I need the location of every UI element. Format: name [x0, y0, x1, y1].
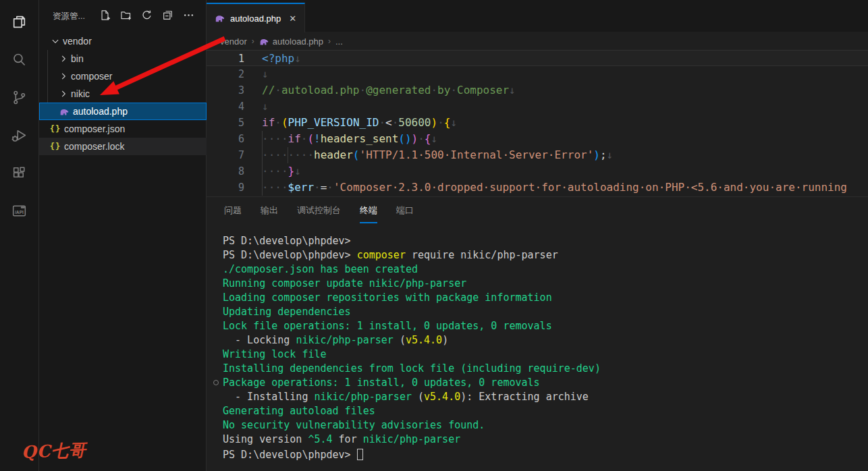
activity-item-extensions[interactable]	[0, 155, 38, 193]
panel-tab-bar: 问题输出调试控制台终端端口	[207, 197, 868, 224]
terminal-line: Loading composer repositories with packa…	[223, 291, 868, 305]
code-line-content: ↓	[262, 66, 269, 82]
breadcrumb: vendor›autoload.php›...	[207, 32, 868, 50]
code-line-content: if·(PHP_VERSION_ID·<·50600)·{↓	[262, 115, 457, 131]
command-decoration-icon	[213, 380, 219, 385]
terminal-cursor	[357, 449, 363, 460]
explorer-action-collapse-all[interactable]	[161, 10, 173, 22]
close-tab-icon[interactable]: ✕	[289, 13, 296, 24]
code-line: 8····}↓	[207, 163, 868, 179]
chevron-right-icon	[58, 71, 69, 82]
php-tab-icon	[215, 16, 225, 26]
code-line: 2↓	[207, 66, 868, 82]
editor-group: autoload.php ✕ vendor›autoload.php›... 1…	[207, 0, 868, 471]
code-line-content: <?php↓	[262, 51, 301, 67]
terminal-line: Generating autoload files	[223, 404, 868, 418]
line-number: 3	[207, 82, 244, 99]
tab-label: autoload.php	[230, 13, 281, 24]
terminal-line: Lock file operations: 1 install, 0 updat…	[223, 319, 868, 333]
line-number: 2	[207, 66, 244, 82]
breadcrumb-separator: ›	[328, 36, 331, 46]
code-line: 4↓	[207, 99, 868, 115]
refresh-icon	[141, 9, 153, 24]
panel-tab-label: 端口	[396, 198, 414, 223]
terminal-line: Updating dependencies	[223, 305, 868, 319]
panel-tab-label: 调试控制台	[297, 198, 341, 223]
php-file-icon	[59, 106, 70, 117]
tree-item-vendor[interactable]: vendor	[39, 32, 207, 50]
explorer-action-refresh[interactable]	[140, 10, 153, 22]
terminal-line: Package operations: 1 install, 0 updates…	[223, 376, 868, 390]
chevron-down-icon	[50, 36, 61, 47]
activity-item-explorer[interactable]	[0, 4, 38, 42]
line-number: 5	[207, 115, 244, 131]
panel-tab-label: 终端	[360, 198, 377, 223]
panel-tab-label: 输出	[261, 198, 278, 223]
activity-bar: /API	[0, 0, 39, 471]
tree-item-label: bin	[71, 53, 84, 64]
explorer-action-more[interactable]	[182, 10, 194, 22]
activity-item-search[interactable]	[0, 42, 38, 80]
tree-item-composer-json[interactable]: {}composer.json	[39, 120, 207, 138]
activity-item-api[interactable]: /API	[0, 193, 38, 231]
line-number: 9	[207, 179, 244, 196]
breadcrumb-label: ...	[335, 36, 343, 47]
tree-item-label: composer.lock	[64, 141, 124, 152]
tab-bar: autoload.php ✕	[207, 0, 868, 32]
terminal-line: PS D:\develop\phpdev>	[223, 234, 868, 248]
line-number: 7	[207, 147, 244, 163]
source-control-icon	[11, 89, 28, 109]
code-line: 3//·autoload.php·@generated·by·Composer↓	[207, 82, 868, 99]
code-line: 7········header('HTTP/1.1·500·Internal·S…	[207, 147, 868, 163]
code-line: 9····$err·=·'Composer·2.3.0·dropped·supp…	[207, 179, 868, 196]
sidebar-header: 资源管...	[39, 0, 206, 32]
line-number: 1	[207, 51, 244, 67]
code-line-content: ↓	[262, 99, 269, 115]
code-line-content: ····$err·=·'Composer·2.3.0·dropped·suppo…	[262, 179, 847, 196]
sidebar-title: 资源管...	[53, 11, 90, 22]
new-file-icon	[99, 9, 111, 24]
vscode-window: /API 资源管... vendorbincomposernikicautolo…	[0, 0, 868, 471]
breadcrumb-item[interactable]: autoload.php	[259, 36, 323, 47]
search-icon	[11, 51, 28, 71]
panel-tab-terminal[interactable]: 终端	[350, 197, 387, 224]
tree-item-label: vendor	[63, 36, 92, 47]
tree-item-label: nikic	[71, 88, 90, 99]
code-line: 6····if·(!headers_sent())·{↓	[207, 131, 868, 147]
tree-item-nikic[interactable]: nikic	[39, 85, 207, 103]
api-icon: /API	[11, 202, 28, 222]
terminal[interactable]: PS D:\develop\phpdev> PS D:\develop\phpd…	[207, 224, 868, 461]
chevron-right-icon	[58, 53, 69, 64]
tab-autoload-php[interactable]: autoload.php ✕	[207, 3, 305, 32]
code-line: 5if·(PHP_VERSION_ID·<·50600)·{↓	[207, 115, 868, 131]
activity-item-source-control[interactable]	[0, 80, 38, 117]
code-editor[interactable]: 1<?php↓2↓3//·autoload.php·@generated·by·…	[207, 50, 868, 196]
tree-item-label: composer.json	[64, 123, 125, 134]
watermark: QC七哥	[21, 439, 86, 463]
terminal-line: PS D:\develop\phpdev> composer require n…	[223, 248, 868, 262]
chevron-right-icon	[58, 88, 69, 99]
panel-tab-output[interactable]: 输出	[251, 197, 288, 224]
more-icon	[183, 9, 194, 24]
tree-item-composer-lock[interactable]: {}composer.lock	[39, 138, 207, 155]
breadcrumb-item[interactable]: vendor	[220, 36, 247, 47]
tree-item-bin[interactable]: bin	[39, 50, 207, 67]
panel-tab-label: 问题	[224, 198, 242, 223]
terminal-line: Installing dependencies from lock file (…	[223, 362, 868, 376]
terminal-line: PS D:\develop\phpdev>	[223, 447, 868, 461]
terminal-line: Writing lock file	[223, 348, 868, 362]
explorer-action-new-folder[interactable]	[119, 10, 132, 22]
bottom-panel: 问题输出调试控制台终端端口 PS D:\develop\phpdev> PS D…	[207, 196, 868, 471]
tree-item-composer[interactable]: composer	[39, 67, 207, 85]
tree-item-autoload-php[interactable]: autoload.php	[39, 103, 207, 120]
explorer-action-new-file[interactable]	[99, 10, 111, 22]
activity-item-run-debug[interactable]	[0, 117, 38, 155]
breadcrumb-separator: ›	[252, 36, 254, 46]
panel-tab-debug-console[interactable]: 调试控制台	[288, 197, 350, 224]
panel-tab-problems[interactable]: 问题	[215, 197, 251, 224]
sidebar-explorer: 资源管... vendorbincomposernikicautoload.ph…	[39, 0, 207, 471]
php-file-icon	[215, 13, 225, 24]
breadcrumb-item[interactable]: ...	[335, 36, 343, 47]
sidebar-actions	[99, 10, 194, 22]
panel-tab-ports[interactable]: 端口	[387, 197, 423, 224]
